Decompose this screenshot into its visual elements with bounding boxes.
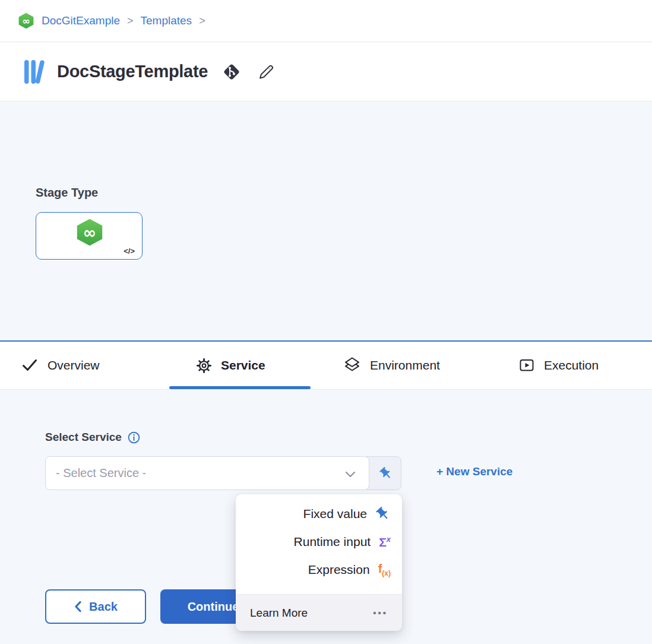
- stage-type-label: Stage Type: [36, 186, 98, 200]
- pencil-icon: [255, 62, 276, 82]
- tab-service[interactable]: Service: [196, 342, 265, 389]
- breadcrumb-separator: >: [127, 15, 134, 27]
- service-panel: Select Service - Select Service - + New …: [0, 390, 652, 644]
- breadcrumb-separator: >: [199, 15, 205, 27]
- stage-type-card[interactable]: ∞ </>: [36, 212, 143, 260]
- tab-environment[interactable]: Environment: [343, 342, 440, 389]
- checkmark-icon: [21, 357, 39, 374]
- pushpin-icon: [375, 506, 391, 522]
- sigma-x-icon: Σx: [379, 535, 391, 548]
- tab-label: Environment: [370, 358, 440, 372]
- page-title: DocStageTemplate: [57, 62, 208, 81]
- chevron-down-icon: [345, 471, 356, 478]
- f-of-x-icon: f(x): [378, 563, 391, 577]
- more-options-icon[interactable]: •••: [373, 608, 388, 618]
- tab-label: Execution: [544, 358, 599, 372]
- menu-item-fixed-value[interactable]: Fixed value: [236, 500, 402, 528]
- select-service-label-row: Select Service: [45, 431, 140, 444]
- tab-overview[interactable]: Overview: [21, 342, 100, 389]
- template-editor-page: ∞ DocGitExample > Templates > DocStageTe…: [0, 0, 652, 644]
- edit-template-button[interactable]: [255, 62, 276, 82]
- stage-type-section: Stage Type ∞ </>: [0, 102, 652, 340]
- menu-item-label: Fixed value: [303, 507, 367, 521]
- select-service-dropdown[interactable]: - Select Service -: [45, 456, 369, 490]
- layers-icon: [343, 356, 361, 374]
- svg-text:∞: ∞: [22, 15, 30, 27]
- menu-item-label: Expression: [308, 563, 370, 577]
- harness-project-icon: ∞: [18, 12, 34, 29]
- code-glyph: </>: [124, 247, 135, 255]
- value-type-menu: Fixed value Runtime input Σx Expression …: [236, 494, 402, 631]
- title-bar: DocStageTemplate: [0, 42, 652, 102]
- menu-item-label: Runtime input: [294, 535, 371, 549]
- value-type-menu-items: Fixed value Runtime input Σx Expression …: [236, 494, 402, 583]
- svg-text:∞: ∞: [83, 223, 97, 242]
- tab-label: Service: [221, 358, 265, 372]
- continue-button-label: Continue: [188, 600, 239, 614]
- git-sync-badge: [221, 61, 242, 83]
- active-tab-underline: [169, 386, 311, 389]
- tab-execution[interactable]: Execution: [518, 342, 599, 389]
- play-box-icon: [518, 357, 535, 374]
- back-button-label: Back: [89, 600, 118, 614]
- breadcrumb: ∞ DocGitExample > Templates >: [0, 0, 652, 42]
- menu-item-expression[interactable]: Expression f(x): [236, 555, 402, 583]
- info-icon[interactable]: [128, 431, 140, 444]
- select-service-placeholder: - Select Service -: [56, 466, 146, 480]
- ci-stage-hexagon-icon: ∞: [75, 218, 104, 247]
- value-type-menu-footer: Learn More •••: [236, 594, 402, 631]
- breadcrumb-project-link[interactable]: DocGitExample: [42, 14, 120, 27]
- back-button[interactable]: Back: [45, 589, 146, 624]
- new-service-link[interactable]: + New Service: [436, 465, 512, 478]
- breadcrumb-templates-link[interactable]: Templates: [141, 14, 192, 27]
- tab-label: Overview: [48, 358, 100, 372]
- learn-more-link[interactable]: Learn More: [250, 607, 308, 620]
- menu-item-runtime-input[interactable]: Runtime input Σx: [236, 528, 402, 555]
- chevron-left-icon: [74, 601, 82, 613]
- stage-tab-strip: Overview Service: [0, 340, 652, 390]
- select-service-label: Select Service: [45, 431, 122, 444]
- gear-icon: [196, 358, 212, 374]
- pushpin-icon: [379, 466, 393, 481]
- template-library-icon: [23, 58, 46, 86]
- git-diamond-icon: [221, 61, 242, 83]
